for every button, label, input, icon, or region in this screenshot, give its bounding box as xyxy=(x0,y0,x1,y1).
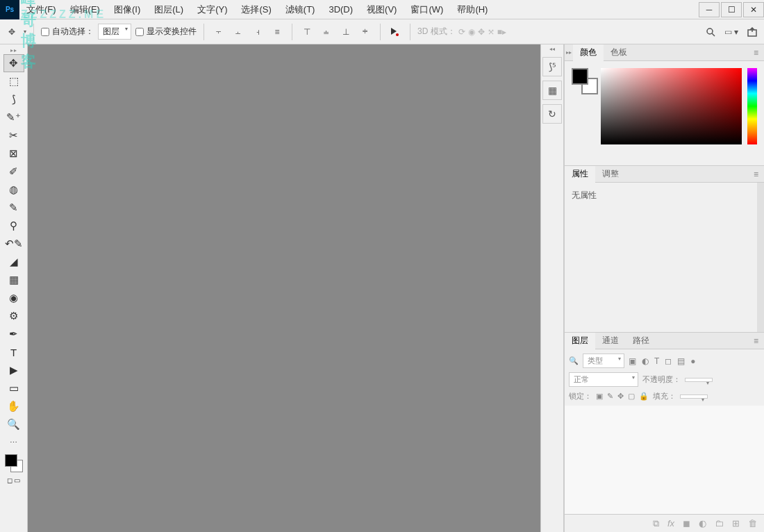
blur-tool[interactable]: ◉ xyxy=(3,289,24,307)
gradient-tool[interactable]: ▦ xyxy=(3,271,24,289)
show-transform-checkbox[interactable]: 显示变换控件 xyxy=(135,26,197,38)
frame-tool[interactable]: ⊠ xyxy=(3,144,24,163)
color-field[interactable] xyxy=(601,68,742,144)
hand-tool[interactable]: ✋ xyxy=(3,397,24,415)
align-hcenter-icon[interactable]: ⫠ xyxy=(231,24,246,40)
orbit-3d-icon[interactable]: ⟳ xyxy=(458,27,465,37)
tab-color[interactable]: 颜色 xyxy=(573,44,604,61)
opacity-input[interactable] xyxy=(685,378,713,382)
fill-input[interactable] xyxy=(680,394,708,399)
menu-window[interactable]: 窗口(W) xyxy=(404,0,450,19)
filter-type-icon[interactable]: T xyxy=(654,356,659,366)
distribute-icon[interactable]: ⫩ xyxy=(358,24,373,40)
stamp-tool[interactable]: ⚲ xyxy=(3,217,24,235)
edit-toolbar[interactable]: ⋯ xyxy=(3,433,24,451)
layer-fx-icon[interactable]: fx xyxy=(667,518,674,529)
maximize-button[interactable]: ☐ xyxy=(721,2,742,17)
menu-layer[interactable]: 图层(L) xyxy=(147,0,190,19)
history-brush-tool[interactable]: ↶✎ xyxy=(3,235,24,253)
lasso-tool[interactable]: ⟆ xyxy=(3,90,24,108)
slide-3d-icon[interactable]: ⤧ xyxy=(488,27,495,37)
toolbox-handle[interactable]: ▸▸ xyxy=(1,46,27,54)
lock-all-icon[interactable]: 🔒 xyxy=(639,392,649,401)
layers-list[interactable] xyxy=(565,406,764,514)
menu-select[interactable]: 选择(S) xyxy=(234,0,278,19)
dodge-tool[interactable]: ⚙ xyxy=(3,307,24,325)
hue-strip[interactable] xyxy=(747,68,757,144)
menu-edit[interactable]: 编辑(E) xyxy=(63,0,107,19)
move-tool-icon[interactable]: ✥ xyxy=(4,24,19,40)
delete-layer-icon[interactable]: 🗑 xyxy=(748,518,757,529)
search-icon[interactable] xyxy=(703,24,718,40)
align-top-icon[interactable]: ⊤ xyxy=(299,24,315,40)
eraser-tool[interactable]: ◢ xyxy=(3,253,24,271)
zoom-3d-icon[interactable]: ■▸ xyxy=(497,27,506,37)
filter-smart-icon[interactable]: ▤ xyxy=(677,356,685,366)
link-layers-icon[interactable]: ⧉ xyxy=(653,518,659,529)
dock-grid-icon[interactable]: ▦ xyxy=(542,81,562,100)
filter-adjustment-icon[interactable]: ◐ xyxy=(642,356,649,366)
tab-layers[interactable]: 图层 xyxy=(565,333,595,349)
properties-scrollbar[interactable] xyxy=(757,183,764,332)
lock-position-icon[interactable]: ✥ xyxy=(617,392,624,401)
menu-image[interactable]: 图像(I) xyxy=(107,0,147,19)
pen-tool[interactable]: ✒ xyxy=(3,325,24,343)
filter-pixel-icon[interactable]: ▣ xyxy=(629,356,636,366)
menu-file[interactable]: 文件(F) xyxy=(19,0,63,19)
filter-toggle-icon[interactable]: ● xyxy=(690,356,695,366)
lock-image-icon[interactable]: ✎ xyxy=(607,392,613,401)
tab-properties[interactable]: 属性 xyxy=(565,166,595,183)
minimize-button[interactable]: ─ xyxy=(699,2,720,17)
canvas-area[interactable]: 峰哥博客 ZZZZZZ.ME xyxy=(28,44,540,532)
align-justify-icon[interactable]: ≡ xyxy=(269,24,285,40)
share-icon[interactable] xyxy=(745,24,760,40)
menu-view[interactable]: 视图(V) xyxy=(360,0,404,19)
layers-panel-menu[interactable]: ≡ xyxy=(748,336,764,346)
color-collapse-handle[interactable]: ▸▸ xyxy=(565,49,573,56)
align-bottom-icon[interactable]: ⊥ xyxy=(338,24,354,40)
align-right-icon[interactable]: ⫞ xyxy=(250,24,265,40)
quick-select-tool[interactable]: ✎⁺ xyxy=(3,108,24,126)
crop-tool[interactable]: ✂ xyxy=(3,126,24,144)
new-layer-icon[interactable]: ⊞ xyxy=(732,518,740,529)
align-left-icon[interactable]: ⫟ xyxy=(211,24,226,40)
screen-mode-tool-icon[interactable]: ▭ xyxy=(14,476,20,484)
blend-mode-select[interactable]: 正常 xyxy=(569,372,638,387)
foreground-color[interactable] xyxy=(5,454,17,467)
eyedropper-tool[interactable]: ✐ xyxy=(3,163,24,181)
brush-tool[interactable]: ✎ xyxy=(3,199,24,217)
picker-foreground[interactable] xyxy=(572,68,588,85)
dock-brush-icon[interactable]: ⟆⁵ xyxy=(542,57,562,76)
layer-filter-kind[interactable]: 类型 xyxy=(583,354,624,368)
roll-3d-icon[interactable]: ◉ xyxy=(468,27,475,37)
color-swatches[interactable] xyxy=(5,454,23,472)
auto-select-target[interactable]: 图层 xyxy=(98,24,131,40)
auto-select-checkbox[interactable]: 自动选择： xyxy=(41,26,94,38)
shape-tool[interactable]: ▭ xyxy=(3,379,24,397)
dock-handle[interactable]: ◂◂ xyxy=(541,44,563,53)
zoom-tool[interactable]: 🔍 xyxy=(3,415,24,433)
path-select-tool[interactable]: ▶ xyxy=(3,361,24,379)
add-mask-icon[interactable]: ◼ xyxy=(683,518,690,529)
color-panel-menu[interactable]: ≡ xyxy=(748,48,764,58)
more-options-icon[interactable] xyxy=(388,24,403,40)
add-adjustment-icon[interactable]: ◐ xyxy=(699,518,706,529)
lock-transparency-icon[interactable]: ▣ xyxy=(596,392,603,401)
quick-mask-icon[interactable]: ◻ xyxy=(7,476,13,484)
menu-3d[interactable]: 3D(D) xyxy=(322,0,360,19)
close-button[interactable]: ✕ xyxy=(743,2,764,17)
tab-paths[interactable]: 路径 xyxy=(626,333,656,349)
align-vcenter-icon[interactable]: ⫨ xyxy=(319,24,334,40)
menu-filter[interactable]: 滤镜(T) xyxy=(279,0,322,19)
type-tool[interactable]: T xyxy=(3,343,24,361)
new-group-icon[interactable]: 🗀 xyxy=(715,518,724,529)
color-picker-swatches[interactable] xyxy=(572,68,595,92)
lock-artboard-icon[interactable]: ▢ xyxy=(628,392,635,401)
healing-tool[interactable]: ◍ xyxy=(3,181,24,199)
move-tool[interactable]: ✥ xyxy=(3,54,24,72)
pan-3d-icon[interactable]: ✥ xyxy=(478,27,485,37)
tab-adjustments[interactable]: 调整 xyxy=(595,166,626,183)
filter-shape-icon[interactable]: ◻ xyxy=(665,356,672,366)
dock-history-icon[interactable]: ↻ xyxy=(542,104,562,124)
properties-panel-menu[interactable]: ≡ xyxy=(748,169,764,179)
